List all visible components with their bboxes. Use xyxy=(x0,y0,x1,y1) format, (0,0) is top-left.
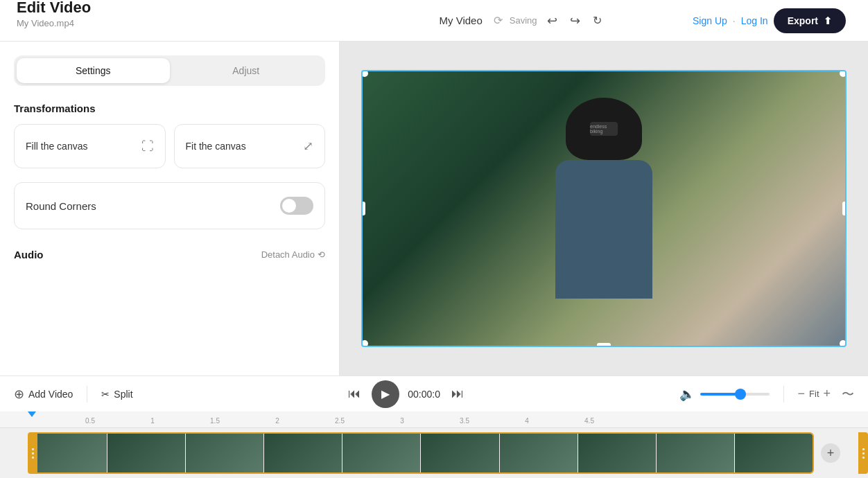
add-video-label: Add Video xyxy=(28,389,73,400)
clip-thumb-3 xyxy=(186,434,263,472)
track-start-handle[interactable] xyxy=(28,432,37,474)
ruler-mark-2.5: 2.5 xyxy=(335,417,345,425)
left-panel: Settings Adjust Transformations Fill the… xyxy=(0,42,340,375)
video-name-label: My Video xyxy=(440,15,483,26)
handle-line xyxy=(862,457,865,459)
handle-line xyxy=(32,452,34,454)
top-bar-left: Edit Video My Video.mp4 xyxy=(11,0,351,42)
round-corners-card: Round Corners xyxy=(14,182,325,229)
clip-thumb-9 xyxy=(657,434,734,472)
tab-adjust[interactable]: Adjust xyxy=(170,58,323,83)
redo-button[interactable]: ↪ xyxy=(567,10,583,31)
track-clip[interactable] xyxy=(28,432,814,474)
add-clip-button[interactable]: + xyxy=(821,443,840,463)
handle-lines-left xyxy=(32,448,34,459)
fit-canvas-label: Fit the canvas xyxy=(186,141,246,152)
ruler-mark-0.5: 0.5 xyxy=(85,417,95,425)
tab-settings[interactable]: Settings xyxy=(17,58,170,83)
handle-right[interactable] xyxy=(842,202,847,215)
split-button[interactable]: ✂ Split xyxy=(101,389,132,400)
volume-section: 🔈 xyxy=(679,387,770,402)
waveform-button[interactable]: 〜 xyxy=(842,386,854,402)
handle-line xyxy=(862,448,865,450)
undo-button[interactable]: ↩ xyxy=(544,10,560,31)
clip-thumb-1 xyxy=(29,434,107,472)
audio-section: Audio Detach Audio ⟲ xyxy=(14,243,325,260)
rotate-button[interactable]: ↻ xyxy=(590,11,605,30)
handle-line xyxy=(862,452,865,454)
play-button[interactable]: ▶ xyxy=(372,380,399,408)
handle-bottom-left[interactable] xyxy=(361,340,368,347)
clip-thumb-7 xyxy=(500,434,578,472)
time-display: 00:00:0 xyxy=(408,389,440,400)
add-video-button[interactable]: ⊕ Add Video xyxy=(14,387,73,402)
top-bar: Edit Video My Video.mp4 My Video ⟳ Savin… xyxy=(0,0,868,42)
file-name: My Video.mp4 xyxy=(17,18,91,28)
zoom-in-icon[interactable]: + xyxy=(824,387,831,401)
saving-status: Saving xyxy=(510,15,537,26)
zoom-section: − Fit + xyxy=(798,387,831,401)
clip-thumb-8 xyxy=(578,434,656,472)
top-bar-icons: ⟳ Saving ↩ ↪ ↻ xyxy=(494,10,605,31)
ruler-mark-4.5: 4.5 xyxy=(584,417,594,425)
add-icon: ⊕ xyxy=(14,387,24,402)
clip-thumb-5 xyxy=(342,434,420,472)
person-silhouette: endless biking xyxy=(528,98,680,319)
export-label: Export xyxy=(788,15,818,26)
fill-canvas-label: Fill the canvas xyxy=(26,141,87,152)
preview-area: endless biking xyxy=(340,42,868,375)
playhead[interactable] xyxy=(28,411,36,428)
bottom-bar: ⊕ Add Video ✂ Split ⏮ ▶ 00:00:0 ⏭ 🔈 − Fi… xyxy=(0,375,868,411)
round-corners-label: Round Corners xyxy=(26,200,96,212)
edit-header: Edit Video My Video.mp4 xyxy=(17,0,91,42)
sign-up-link[interactable]: Sign Up xyxy=(693,15,727,26)
person-body xyxy=(555,160,652,299)
detach-icon: ⟲ xyxy=(318,249,325,260)
clip-thumb-6 xyxy=(421,434,498,472)
edit-title: Edit Video xyxy=(17,0,91,17)
ruler-mark-3.5: 3.5 xyxy=(460,417,469,425)
handle-left[interactable] xyxy=(361,202,365,215)
export-icon: ⬆ xyxy=(824,15,832,26)
detach-audio-label: Detach Audio xyxy=(261,249,315,260)
export-button[interactable]: Export ⬆ xyxy=(774,8,846,33)
helmet-logo: endless biking xyxy=(590,122,618,136)
track-end-handle[interactable] xyxy=(858,432,868,474)
handle-line xyxy=(32,457,34,459)
zoom-out-icon[interactable]: − xyxy=(798,387,806,401)
log-in-link[interactable]: Log In xyxy=(741,15,768,26)
divider-1 xyxy=(87,386,87,402)
play-icon: ▶ xyxy=(381,387,390,400)
fast-forward-button[interactable]: ⏭ xyxy=(449,384,467,404)
waveform-icon: 〜 xyxy=(842,387,854,401)
clip-thumb-2 xyxy=(107,434,185,472)
rewind-button[interactable]: ⏮ xyxy=(345,384,363,404)
volume-slider[interactable] xyxy=(700,393,770,396)
volume-icon: 🔈 xyxy=(679,387,695,402)
playhead-arrow xyxy=(28,411,36,417)
handle-top-right[interactable] xyxy=(840,70,847,77)
fill-canvas-card[interactable]: Fill the canvas ⛶ xyxy=(14,124,166,168)
ruler-mark-2: 2 xyxy=(275,417,279,425)
fit-icon: ⤢ xyxy=(303,139,313,154)
round-corners-toggle[interactable] xyxy=(280,197,313,215)
fit-canvas-card[interactable]: Fit the canvas ⤢ xyxy=(174,124,326,168)
ruler-mark-3: 3 xyxy=(400,417,404,425)
transform-grid: Fill the canvas ⛶ Fit the canvas ⤢ xyxy=(14,124,325,168)
tab-group: Settings Adjust xyxy=(14,55,325,86)
detach-audio-button[interactable]: Detach Audio ⟲ xyxy=(261,249,325,260)
add-clip-icon: + xyxy=(827,446,835,461)
handle-top-left[interactable] xyxy=(361,70,368,77)
video-preview: endless biking xyxy=(361,70,847,347)
handle-bottom[interactable] xyxy=(597,343,611,347)
handle-bottom-right[interactable] xyxy=(840,340,847,347)
timeline-area: 0.5 1 1.5 2 2.5 3 3.5 4 4.5 xyxy=(0,411,868,478)
ruler-mark-1: 1 xyxy=(150,417,155,425)
toggle-slider xyxy=(280,197,313,215)
timeline-track: + xyxy=(0,428,868,478)
top-bar-center: My Video ⟳ Saving ↩ ↪ ↻ xyxy=(359,10,684,31)
video-frame: endless biking xyxy=(363,71,845,346)
separator: · xyxy=(733,15,736,26)
zoom-label: Fit xyxy=(809,389,819,399)
transformations-title: Transformations xyxy=(14,103,325,114)
